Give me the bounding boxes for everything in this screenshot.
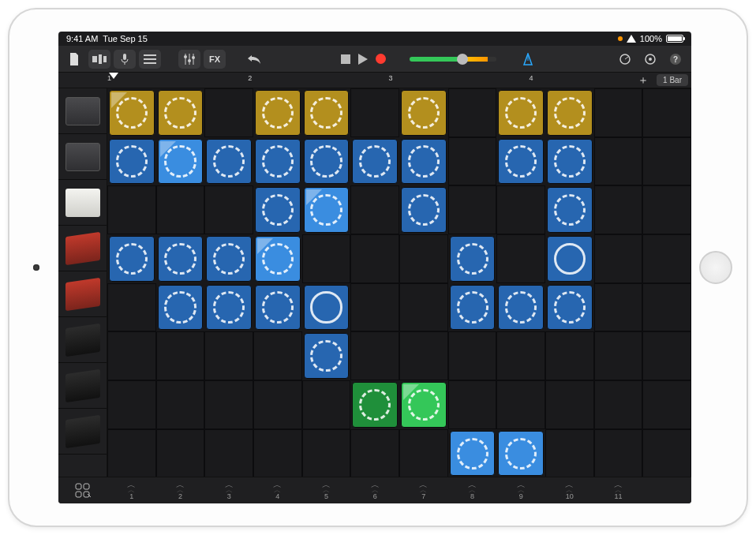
empty-cell[interactable]: [642, 234, 691, 283]
empty-cell[interactable]: [448, 88, 497, 137]
track-header[interactable]: [58, 363, 107, 409]
loop-cell[interactable]: [401, 139, 447, 185]
loop-cell[interactable]: [109, 139, 155, 185]
empty-cell[interactable]: [642, 380, 691, 429]
my-songs-button[interactable]: [63, 50, 85, 69]
empty-cell[interactable]: [350, 331, 399, 380]
track-controls-button[interactable]: [178, 50, 200, 69]
play-button[interactable]: [358, 54, 368, 65]
loop-cell[interactable]: [255, 90, 301, 136]
empty-cell[interactable]: [642, 283, 691, 332]
add-section-button[interactable]: ＋: [638, 73, 649, 88]
track-header[interactable]: [58, 271, 107, 317]
loop-cell[interactable]: [158, 90, 204, 136]
empty-cell[interactable]: [448, 380, 497, 429]
empty-cell[interactable]: [496, 331, 545, 380]
loop-cell[interactable]: [206, 236, 252, 282]
loop-cell[interactable]: [401, 187, 447, 233]
loop-cell[interactable]: [401, 382, 447, 428]
empty-cell[interactable]: [107, 380, 156, 429]
empty-cell[interactable]: [545, 380, 594, 429]
track-header[interactable]: [58, 180, 107, 226]
column-trigger[interactable]: ︿︿4: [253, 481, 302, 500]
track-header[interactable]: [58, 88, 107, 134]
section-length-button[interactable]: 1 Bar: [657, 74, 688, 86]
empty-cell[interactable]: [399, 331, 448, 380]
empty-cell[interactable]: [642, 331, 691, 380]
loop-cell[interactable]: [304, 285, 350, 331]
volume-knob[interactable]: [457, 54, 468, 65]
empty-cell[interactable]: [107, 331, 156, 380]
grid-mode-button[interactable]: [58, 483, 107, 499]
empty-cell[interactable]: [253, 380, 302, 429]
loop-cell[interactable]: [255, 236, 301, 282]
empty-cell[interactable]: [302, 234, 351, 283]
column-trigger[interactable]: ︿︿6: [350, 481, 399, 500]
loop-cell[interactable]: [158, 236, 204, 282]
empty-cell[interactable]: [399, 429, 448, 477]
tracks-view-button[interactable]: [139, 50, 161, 69]
column-trigger[interactable]: ︿︿8: [448, 481, 497, 500]
loop-cell[interactable]: [304, 333, 350, 379]
empty-cell[interactable]: [545, 429, 594, 477]
empty-cell[interactable]: [107, 185, 156, 234]
empty-cell[interactable]: [399, 283, 448, 332]
column-trigger[interactable]: ︿︿9: [496, 481, 545, 500]
loop-cell[interactable]: [109, 90, 155, 136]
empty-cell[interactable]: [156, 380, 205, 429]
loop-cell[interactable]: [547, 90, 593, 136]
empty-cell[interactable]: [594, 429, 643, 477]
empty-cell[interactable]: [399, 234, 448, 283]
empty-cell[interactable]: [448, 185, 497, 234]
record-button[interactable]: [376, 54, 386, 64]
loop-cell[interactable]: [498, 431, 544, 477]
metronome-button[interactable]: [517, 50, 539, 69]
track-header[interactable]: [58, 317, 107, 363]
home-button[interactable]: [699, 251, 732, 284]
loop-cell[interactable]: [304, 139, 350, 185]
column-trigger[interactable]: ︿︿7: [399, 481, 448, 500]
empty-cell[interactable]: [350, 88, 399, 137]
empty-cell[interactable]: [302, 380, 351, 429]
empty-cell[interactable]: [204, 429, 253, 477]
master-volume-slider[interactable]: [410, 57, 496, 62]
loop-browser-button[interactable]: [614, 50, 636, 69]
empty-cell[interactable]: [156, 185, 205, 234]
loop-cell[interactable]: [547, 187, 593, 233]
loop-cell[interactable]: [304, 187, 350, 233]
empty-cell[interactable]: [594, 137, 643, 186]
empty-cell[interactable]: [350, 429, 399, 477]
column-trigger[interactable]: ︿︿1: [107, 481, 156, 500]
settings-button[interactable]: [639, 50, 661, 69]
loop-cell[interactable]: [206, 285, 252, 331]
column-trigger[interactable]: ︿︿5: [302, 481, 351, 500]
empty-cell[interactable]: [594, 331, 643, 380]
loop-cell[interactable]: [158, 139, 204, 185]
loop-cell[interactable]: [547, 285, 593, 331]
column-trigger[interactable]: ︿︿3: [204, 481, 253, 500]
empty-cell[interactable]: [302, 429, 351, 477]
empty-cell[interactable]: [204, 88, 253, 137]
empty-cell[interactable]: [253, 429, 302, 477]
empty-cell[interactable]: [496, 185, 545, 234]
empty-cell[interactable]: [448, 137, 497, 186]
browser-button[interactable]: [88, 50, 110, 69]
loop-cell[interactable]: [498, 139, 544, 185]
empty-cell[interactable]: [156, 429, 205, 477]
loop-cell[interactable]: [498, 285, 544, 331]
loop-cell[interactable]: [450, 285, 496, 331]
empty-cell[interactable]: [594, 185, 643, 234]
empty-cell[interactable]: [496, 234, 545, 283]
empty-cell[interactable]: [350, 283, 399, 332]
loop-cell[interactable]: [255, 285, 301, 331]
column-trigger[interactable]: ︿︿2: [156, 481, 205, 500]
empty-cell[interactable]: [156, 331, 205, 380]
empty-cell[interactable]: [448, 331, 497, 380]
empty-cell[interactable]: [642, 88, 691, 137]
loop-cell[interactable]: [450, 431, 496, 477]
empty-cell[interactable]: [107, 283, 156, 332]
empty-cell[interactable]: [204, 380, 253, 429]
empty-cell[interactable]: [642, 137, 691, 186]
empty-cell[interactable]: [496, 380, 545, 429]
empty-cell[interactable]: [642, 185, 691, 234]
